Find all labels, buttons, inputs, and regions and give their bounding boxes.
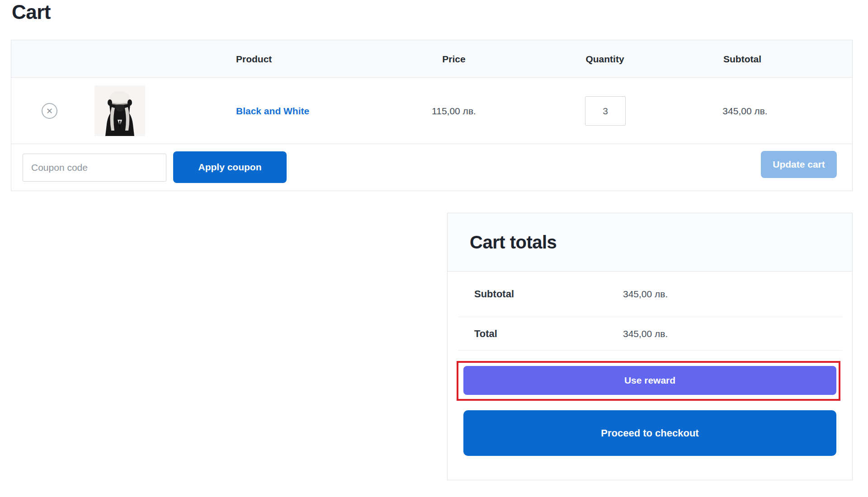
cart-table: Product Price Quantity Subtotal ✕ Black — [11, 40, 853, 191]
totals-subtotal-row: Subtotal 345,00 лв. — [458, 272, 842, 317]
quantity-input[interactable] — [585, 96, 626, 126]
coupon-code-input[interactable] — [23, 154, 166, 182]
cart-totals-header: Cart totals — [448, 213, 852, 272]
use-reward-button[interactable]: Use reward — [463, 366, 836, 395]
item-price: 115,00 лв. — [432, 78, 476, 144]
product-photo-black-and-white — [94, 85, 145, 136]
column-header-subtotal: Subtotal — [723, 40, 761, 78]
column-header-product: Product — [236, 40, 272, 78]
remove-item-icon[interactable]: ✕ — [42, 103, 57, 119]
cart-totals-card: Cart totals Subtotal 345,00 лв. Total 34… — [447, 213, 853, 480]
product-thumbnail[interactable] — [94, 85, 145, 136]
page-title: Cart — [12, 1, 51, 23]
cart-table-header: Product Price Quantity Subtotal — [11, 40, 852, 78]
totals-total-value: 345,00 лв. — [623, 328, 668, 339]
apply-coupon-button[interactable]: Apply coupon — [173, 151, 287, 183]
coupon-row: Apply coupon Update cart — [11, 144, 852, 191]
totals-subtotal-value: 345,00 лв. — [623, 289, 668, 300]
totals-subtotal-label: Subtotal — [474, 288, 514, 300]
red-highlight-annotation: Use reward — [457, 361, 840, 401]
column-header-quantity: Quantity — [585, 40, 624, 78]
proceed-to-checkout-button[interactable]: Proceed to checkout — [463, 410, 836, 456]
totals-total-row: Total 345,00 лв. — [458, 317, 842, 351]
update-cart-button[interactable]: Update cart — [761, 151, 837, 178]
totals-total-label: Total — [474, 328, 497, 340]
item-subtotal: 345,00 лв. — [722, 78, 767, 144]
cart-totals-title: Cart totals — [470, 232, 557, 253]
cart-item-row: ✕ Black and White 115,00 лв. 345,00 лв. — [11, 78, 852, 144]
column-header-price: Price — [442, 40, 465, 78]
product-name-link[interactable]: Black and White — [236, 78, 309, 144]
